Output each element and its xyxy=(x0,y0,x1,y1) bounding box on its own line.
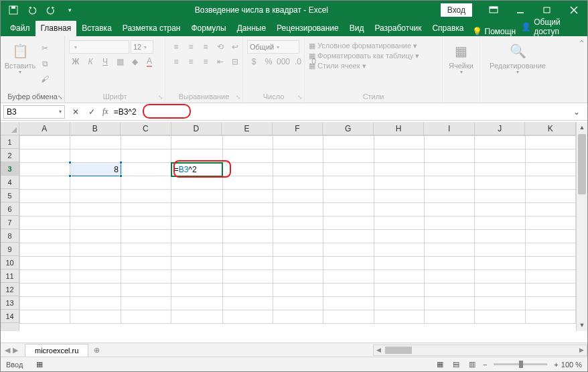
tab-file[interactable]: Файл xyxy=(5,21,35,36)
share-button[interactable]: 👤Общий доступ xyxy=(518,17,583,36)
hscroll-right-icon[interactable]: ▶ xyxy=(577,347,587,353)
row-header[interactable]: 13 xyxy=(1,296,19,310)
col-header[interactable]: J xyxy=(475,122,526,135)
orientation-icon[interactable]: ⟲ xyxy=(214,40,227,54)
zoom-value[interactable]: 100 % xyxy=(561,361,582,369)
sheet-nav[interactable]: ◀▶ xyxy=(1,346,25,355)
minimize-icon[interactable] xyxy=(507,1,534,19)
cell-d3-active[interactable]: =B3^2 xyxy=(171,163,223,176)
col-header[interactable]: A xyxy=(19,122,70,135)
qat-customize-icon[interactable]: ▾ xyxy=(62,3,77,17)
format-as-table-button[interactable]: ▦ Форматировать как таблицу ▾ xyxy=(309,52,419,60)
fill-color-button[interactable]: ◆ xyxy=(128,55,141,68)
col-header[interactable]: F xyxy=(273,122,323,135)
cell-styles-button[interactable]: ▦ Стили ячеек ▾ xyxy=(309,62,366,70)
editing-button[interactable]: 🔍Редактирование▾ xyxy=(484,40,551,76)
inc-decimal-icon[interactable]: .0 xyxy=(291,55,305,68)
tell-me[interactable]: 💡Помощн xyxy=(469,27,519,36)
tab-view[interactable]: Вид xyxy=(344,21,370,36)
sheet-tab-active[interactable]: microexcel.ru xyxy=(25,344,88,357)
borders-button[interactable]: ▦ xyxy=(113,55,127,68)
col-header[interactable]: H xyxy=(374,122,425,135)
row-header[interactable]: 5 xyxy=(1,189,19,202)
cut-icon[interactable]: ✂ xyxy=(38,42,52,55)
cells-area[interactable]: 8 =B3^2 xyxy=(19,135,576,331)
tab-review[interactable]: Рецензирование xyxy=(271,21,344,36)
zoom-slider[interactable] xyxy=(494,363,547,365)
row-header[interactable]: 8 xyxy=(1,229,19,243)
vertical-scrollbar[interactable]: ▲▼ xyxy=(576,122,587,331)
login-button[interactable]: Вход xyxy=(441,3,472,17)
undo-icon[interactable] xyxy=(25,3,40,17)
row-header[interactable]: 7 xyxy=(1,216,19,229)
tab-page-layout[interactable]: Разметка стран xyxy=(117,21,186,36)
tab-help[interactable]: Справка xyxy=(427,21,469,36)
underline-button[interactable]: Ч xyxy=(98,55,112,68)
merge-icon[interactable]: ⊟ xyxy=(228,55,242,68)
format-painter-icon[interactable]: 🖌 xyxy=(38,72,52,86)
ribbon-display-icon[interactable] xyxy=(480,1,507,19)
row-header[interactable]: 12 xyxy=(1,283,19,296)
col-header[interactable]: K xyxy=(525,122,576,135)
close-icon[interactable] xyxy=(561,1,587,19)
tab-insert[interactable]: Вставка xyxy=(76,21,117,36)
row-header[interactable]: 4 xyxy=(1,176,19,189)
col-header[interactable]: G xyxy=(323,122,374,135)
currency-icon[interactable]: $ xyxy=(247,55,261,68)
conditional-formatting-button[interactable]: ▦ Условное форматирование ▾ xyxy=(309,42,417,50)
align-bottom-icon[interactable]: ≡ xyxy=(199,40,212,54)
row-header[interactable]: 6 xyxy=(1,202,19,216)
bold-button[interactable]: Ж xyxy=(69,55,82,68)
align-center-icon[interactable]: ≡ xyxy=(184,55,198,68)
align-middle-icon[interactable]: ≡ xyxy=(184,40,198,54)
select-all-corner[interactable] xyxy=(1,122,19,135)
collapse-ribbon-icon[interactable]: ⌃ xyxy=(579,39,585,48)
maximize-icon[interactable] xyxy=(534,1,561,19)
col-header[interactable]: D xyxy=(171,122,222,135)
tab-data[interactable]: Данные xyxy=(232,21,271,36)
hscroll-thumb[interactable] xyxy=(385,347,412,354)
normal-view-icon[interactable]: ▦ xyxy=(433,359,447,371)
row-header[interactable]: 14 xyxy=(1,310,19,323)
align-top-icon[interactable]: ≡ xyxy=(169,40,183,54)
row-header[interactable]: 1 xyxy=(1,135,19,149)
tab-home[interactable]: Главная xyxy=(35,21,77,36)
macro-record-icon[interactable]: ▦ xyxy=(36,360,43,369)
row-header[interactable]: 11 xyxy=(1,269,19,283)
paste-button[interactable]: 📋 Вставить▾ xyxy=(5,40,35,76)
font-name-combo[interactable] xyxy=(69,40,129,54)
italic-button[interactable]: К xyxy=(84,55,97,68)
chevron-right-icon[interactable]: ▶ xyxy=(13,346,18,355)
chevron-left-icon[interactable]: ◀ xyxy=(5,346,10,355)
tab-formulas[interactable]: Формулы xyxy=(186,21,231,36)
col-header[interactable]: C xyxy=(121,122,171,135)
font-size-combo[interactable]: 12 xyxy=(131,40,153,54)
align-left-icon[interactable]: ≡ xyxy=(169,55,183,68)
add-sheet-button[interactable]: ⊕ xyxy=(88,346,104,355)
tab-developer[interactable]: Разработчик xyxy=(369,21,427,36)
indent-dec-icon[interactable]: ⇤ xyxy=(214,55,227,68)
name-box[interactable]: B3 xyxy=(3,105,65,119)
wrap-text-icon[interactable]: ↩ xyxy=(228,40,242,54)
percent-icon[interactable]: % xyxy=(262,55,275,68)
col-header[interactable]: E xyxy=(222,122,273,135)
cancel-formula-icon[interactable]: ✕ xyxy=(68,104,84,120)
page-break-view-icon[interactable]: ▥ xyxy=(465,359,480,371)
font-color-button[interactable]: А xyxy=(143,55,156,68)
col-header[interactable]: B xyxy=(70,122,121,135)
hscroll-left-icon[interactable]: ◀ xyxy=(374,347,384,353)
comma-icon[interactable]: 000 xyxy=(277,55,290,68)
copy-icon[interactable]: ⧉ xyxy=(38,57,52,70)
page-layout-view-icon[interactable]: ▤ xyxy=(449,359,463,371)
cell-b3[interactable]: 8 xyxy=(70,163,121,176)
enter-formula-icon[interactable]: ✓ xyxy=(84,104,100,120)
formula-input[interactable] xyxy=(111,105,569,119)
expand-formula-bar-icon[interactable]: ⌄ xyxy=(569,104,585,120)
row-header[interactable]: 3 xyxy=(1,162,19,176)
row-header[interactable]: 2 xyxy=(1,149,19,162)
cells-button[interactable]: ▦Ячейки▾ xyxy=(447,40,475,76)
row-header[interactable]: 10 xyxy=(1,256,19,269)
redo-icon[interactable] xyxy=(44,3,58,17)
number-format-combo[interactable]: Общий xyxy=(247,40,299,54)
save-icon[interactable] xyxy=(6,3,21,17)
